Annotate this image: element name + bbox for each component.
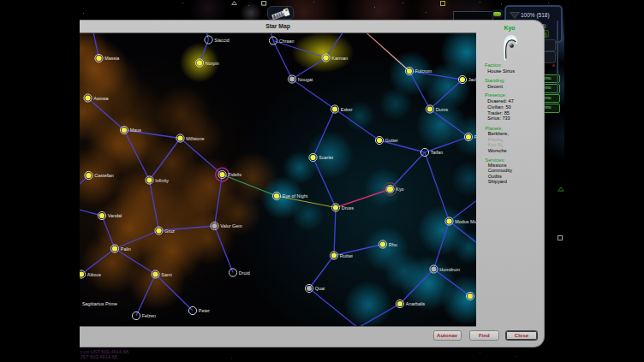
- svg-text:Eye of Night: Eye of Night: [283, 193, 308, 199]
- svg-text:Ruttwi: Ruttwi: [340, 253, 353, 258]
- svg-text:Sagittarius Prime: Sagittarius Prime: [82, 301, 117, 306]
- svg-text:Kyo: Kyo: [396, 187, 403, 192]
- svg-text:Anarbalis: Anarbalis: [406, 301, 426, 306]
- svg-text:Millstone: Millstone: [186, 136, 204, 141]
- svg-text:Palin: Palin: [121, 246, 131, 252]
- svg-text:Infinity: Infinity: [155, 178, 169, 183]
- svg-text:Vandal: Vandal: [108, 213, 122, 218]
- svg-text:Karman: Karman: [331, 56, 348, 61]
- svg-text:Druid: Druid: [239, 270, 250, 276]
- svg-text:Fidelis: Fidelis: [228, 172, 242, 177]
- svg-text:Humdrum: Humdrum: [439, 267, 460, 272]
- svg-text:Taifan: Taifan: [431, 150, 443, 155]
- svg-text:Modus Mundi: Modus Mundi: [455, 219, 476, 224]
- svg-text:Quai: Quai: [315, 286, 325, 291]
- svg-text:Valur Gem: Valur Gem: [220, 223, 242, 228]
- svg-text:Scarlet: Scarlet: [319, 155, 333, 160]
- svg-text:Altious: Altious: [87, 272, 101, 277]
- svg-text:Druss: Druss: [342, 205, 354, 211]
- svg-text:Duros: Duros: [436, 107, 449, 112]
- svg-text:Sami: Sami: [161, 272, 171, 277]
- svg-text:Rhu: Rhu: [389, 242, 397, 247]
- svg-text:Maus: Maus: [130, 128, 141, 133]
- svg-text:Palia: Palia: [474, 134, 476, 139]
- svg-text:Chraan: Chraan: [279, 39, 295, 44]
- svg-text:Norpin: Norpin: [206, 61, 219, 66]
- svg-text:Esker: Esker: [341, 107, 353, 112]
- svg-text:Awowa: Awowa: [93, 96, 108, 101]
- svg-text:Fulcrum: Fulcrum: [415, 68, 432, 74]
- svg-text:Castellan: Castellan: [94, 173, 113, 178]
- svg-text:Gruz: Gruz: [164, 228, 175, 234]
- svg-text:Nougat: Nougat: [298, 77, 313, 82]
- svg-text:Slaccid: Slaccid: [214, 38, 229, 43]
- svg-text:Felzen: Felzen: [142, 313, 156, 318]
- svg-text:Peter: Peter: [199, 308, 210, 313]
- svg-text:Massia: Massia: [104, 56, 119, 61]
- svg-text:Gutter: Gutter: [385, 138, 398, 143]
- svg-text:Jackson: Jackson: [468, 77, 476, 82]
